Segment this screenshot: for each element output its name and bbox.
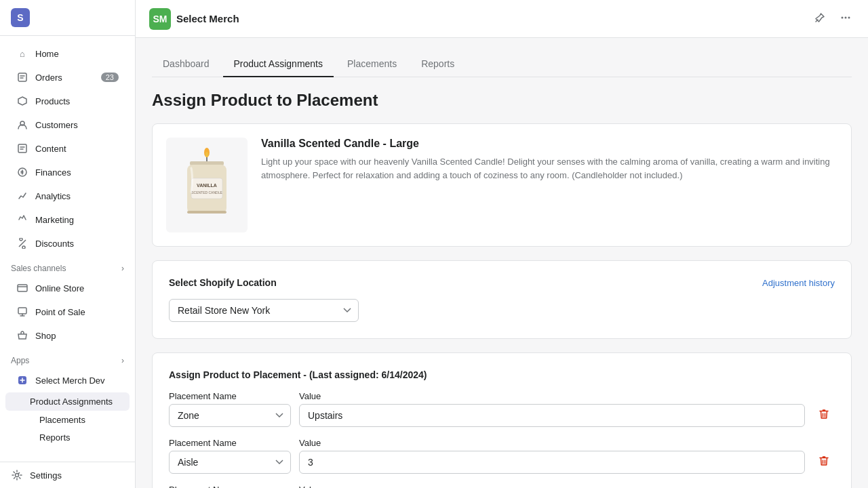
assignment-section: Assign Product to Placement - (Last assi… — [152, 352, 852, 488]
product-card: VANILLA SCENTED CANDLE Vanilla Scented C… — [152, 123, 852, 247]
topbar-left: SM Select Merch — [149, 8, 239, 30]
adjustment-history-link[interactable]: Adjustment history — [762, 278, 835, 288]
svg-text:VANILLA: VANILLA — [197, 183, 217, 188]
point-of-sale-icon — [16, 306, 28, 318]
product-name: Vanilla Scented Candle - Large — [261, 138, 837, 150]
sidebar-item-customers[interactable]: Customers — [5, 113, 130, 136]
products-icon — [16, 95, 28, 107]
svg-point-12 — [205, 152, 208, 157]
sidebar-item-discounts[interactable]: Discounts — [5, 232, 130, 255]
online-store-icon — [16, 282, 28, 294]
placement-row-3: Placement Name Zone Aisle Shelf Value — [169, 485, 835, 488]
main-content: SM Select Merch Dashboard Product Assign… — [136, 0, 868, 488]
sidebar-item-home[interactable]: ⌂ Home — [5, 42, 130, 65]
apps-section: Apps › — [0, 348, 135, 368]
settings-icon — [11, 469, 23, 481]
svg-rect-4 — [18, 285, 27, 291]
home-icon: ⌂ — [16, 47, 28, 60]
placement-value-input-1[interactable] — [299, 404, 805, 427]
sidebar-settings[interactable]: Settings — [0, 462, 135, 488]
sidebar-item-analytics[interactable]: Analytics — [5, 184, 130, 207]
pin-icon[interactable] — [811, 9, 829, 28]
sidebar-item-products[interactable]: Products — [5, 89, 130, 113]
sidebar-item-marketing[interactable]: Marketing — [5, 208, 130, 231]
location-header: Select Shopify Location Adjustment histo… — [169, 277, 835, 288]
placement-name-select-2[interactable]: Zone Aisle Shelf — [169, 451, 291, 474]
tab-product-assignments[interactable]: Product Assignments — [223, 52, 334, 77]
select-merch-dev-icon — [16, 374, 28, 386]
placement-name-select-1[interactable]: Zone Aisle Shelf — [169, 404, 291, 427]
topbar: SM Select Merch — [136, 0, 868, 38]
product-info: Vanilla Scented Candle - Large Light up … — [261, 138, 837, 182]
placement-value-field-2: Value — [299, 438, 805, 474]
sales-channels-section: Sales channels › — [0, 256, 135, 276]
sidebar-item-reports[interactable]: Reports — [5, 429, 130, 446]
content-area: Dashboard Product Assignments Placements… — [136, 38, 868, 488]
topbar-right — [811, 9, 854, 28]
svg-rect-2 — [18, 144, 26, 152]
orders-icon — [16, 71, 28, 83]
placement-name-field-1: Placement Name Zone Aisle Shelf — [169, 391, 291, 427]
sidebar: S ⌂ Home Orders 23 Products Customers — [0, 0, 136, 488]
delete-placement-2[interactable] — [813, 449, 835, 472]
topbar-app-logo: SM — [149, 8, 171, 30]
svg-point-8 — [842, 17, 844, 19]
svg-rect-19 — [187, 211, 226, 214]
svg-point-10 — [848, 17, 850, 19]
svg-rect-5 — [18, 308, 26, 314]
shop-icon — [16, 329, 28, 342]
analytics-icon — [16, 190, 28, 202]
location-section: Select Shopify Location Adjustment histo… — [152, 260, 852, 339]
sidebar-item-point-of-sale[interactable]: Point of Sale — [5, 300, 130, 323]
sales-channels-chevron[interactable]: › — [121, 264, 124, 273]
location-title: Select Shopify Location — [169, 277, 277, 288]
marketing-icon — [16, 214, 28, 226]
placement-row-1: Placement Name Zone Aisle Shelf Value — [169, 391, 835, 427]
product-description: Light up your space with our heavenly Va… — [261, 155, 837, 182]
assignment-title: Assign Product to Placement - (Last assi… — [169, 369, 835, 380]
orders-badge: 23 — [101, 73, 119, 82]
sidebar-nav: ⌂ Home Orders 23 Products Customers — [0, 36, 135, 462]
placement-name-field-3: Placement Name Zone Aisle Shelf — [169, 485, 291, 488]
topbar-app-name: Select Merch — [176, 13, 239, 24]
more-options-icon[interactable] — [837, 9, 854, 28]
svg-text:SCENTED CANDLE: SCENTED CANDLE — [191, 190, 222, 195]
placement-value-field-3: Value — [299, 485, 805, 488]
apps-chevron[interactable]: › — [121, 356, 124, 365]
placement-name-field-2: Placement Name Zone Aisle Shelf — [169, 438, 291, 474]
sidebar-header: S — [0, 0, 135, 36]
sidebar-item-product-assignments[interactable]: Product Assignments — [5, 392, 130, 411]
sidebar-item-shop[interactable]: Shop — [5, 324, 130, 347]
placement-row-2: Placement Name Zone Aisle Shelf Value — [169, 438, 835, 474]
svg-rect-16 — [191, 178, 222, 199]
sidebar-logo: S — [11, 8, 30, 27]
finances-icon — [16, 166, 28, 178]
delete-placement-1[interactable] — [813, 403, 835, 426]
sidebar-item-finances[interactable]: Finances — [5, 161, 130, 184]
customers-icon — [16, 119, 28, 131]
svg-point-9 — [845, 17, 847, 19]
placement-value-input-2[interactable] — [299, 451, 805, 474]
discounts-icon — [16, 237, 28, 249]
product-image: VANILLA SCENTED CANDLE — [166, 138, 248, 232]
tab-reports[interactable]: Reports — [410, 52, 465, 77]
page-title: Assign Product to Placement — [152, 91, 852, 110]
content-icon — [16, 142, 28, 155]
location-select[interactable]: Retail Store New York — [169, 299, 359, 322]
sidebar-item-orders[interactable]: Orders 23 — [5, 66, 130, 89]
svg-rect-0 — [18, 73, 26, 81]
tab-placements[interactable]: Placements — [336, 52, 408, 77]
tab-dashboard[interactable]: Dashboard — [152, 52, 220, 77]
sidebar-item-online-store[interactable]: Online Store — [5, 277, 130, 300]
sidebar-item-content[interactable]: Content — [5, 137, 130, 160]
sidebar-item-select-merch-dev[interactable]: Select Merch Dev — [5, 369, 130, 392]
tabs: Dashboard Product Assignments Placements… — [152, 52, 852, 77]
placement-value-field-1: Value — [299, 391, 805, 427]
sidebar-item-placements[interactable]: Placements — [5, 411, 130, 428]
